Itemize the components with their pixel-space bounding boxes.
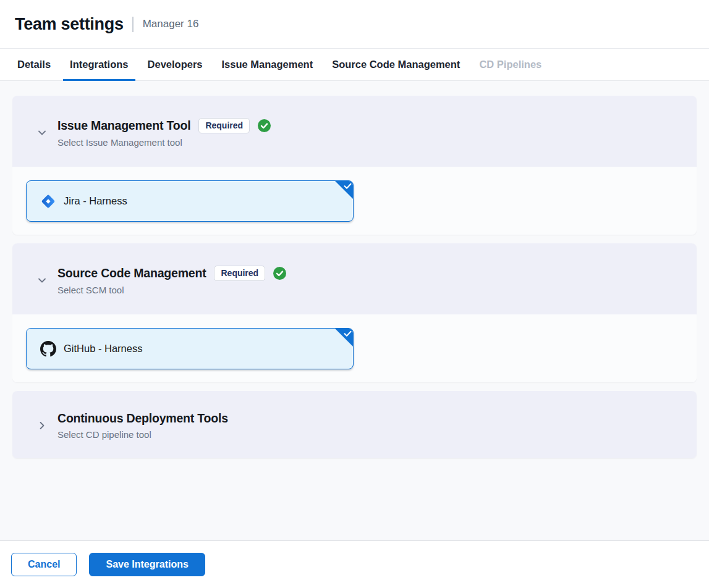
section-scm-body: GitHub - Harness	[12, 314, 697, 382]
tab-integrations-label: Integrations	[70, 59, 128, 70]
check-circle-icon	[273, 267, 286, 280]
section-source-code-management: Source Code Management Required Select S…	[12, 243, 697, 382]
tab-bar: Details Integrations Developers Issue Ma…	[0, 48, 709, 81]
section-title-row: Issue Management Tool Required	[57, 118, 271, 133]
tab-issue-management[interactable]: Issue Management	[215, 49, 320, 80]
tab-developers[interactable]: Developers	[141, 49, 210, 80]
required-badge: Required	[198, 118, 250, 133]
jira-icon	[40, 193, 56, 209]
corner-check-icon	[334, 328, 354, 347]
check-circle-icon	[258, 119, 271, 132]
tool-card-jira-harness[interactable]: Jira - Harness	[26, 180, 354, 222]
tool-card-github-harness[interactable]: GitHub - Harness	[26, 328, 354, 369]
save-integrations-button[interactable]: Save Integrations	[89, 553, 205, 576]
tab-details-label: Details	[17, 59, 51, 70]
tab-issue-management-label: Issue Management	[222, 59, 313, 70]
tab-integrations[interactable]: Integrations	[63, 49, 135, 80]
page-header: Team settings Manager 16	[0, 0, 709, 48]
section-header-text: Source Code Management Required Select S…	[57, 266, 286, 295]
section-header-text: Issue Management Tool Required Select Is…	[57, 118, 271, 148]
tab-cd-pipelines: CD Pipelines	[472, 49, 548, 80]
section-subtitle: Select SCM tool	[57, 285, 286, 295]
corner-check-icon	[334, 180, 354, 200]
tab-source-code-management-label: Source Code Management	[332, 59, 460, 70]
section-title: Issue Management Tool	[57, 119, 190, 133]
chevron-right-icon[interactable]	[36, 421, 48, 430]
title-divider	[132, 17, 134, 32]
tool-card-label: GitHub - Harness	[64, 343, 142, 355]
github-icon	[40, 341, 56, 357]
section-cd-header[interactable]: Continuous Deployment Tools Select CD pi…	[12, 391, 697, 458]
section-title: Source Code Management	[57, 266, 206, 280]
chevron-down-icon[interactable]	[36, 275, 48, 285]
required-badge: Required	[214, 266, 265, 281]
tab-details[interactable]: Details	[11, 49, 57, 80]
section-header-text: Continuous Deployment Tools Select CD pi…	[57, 411, 228, 440]
section-issue-management-body: Jira - Harness	[12, 167, 697, 235]
tab-source-code-management[interactable]: Source Code Management	[325, 49, 467, 80]
section-issue-management-header[interactable]: Issue Management Tool Required Select Is…	[12, 96, 697, 167]
section-title: Continuous Deployment Tools	[57, 411, 228, 426]
integrations-panel: Issue Management Tool Required Select Is…	[0, 81, 709, 540]
tab-cd-pipelines-label: CD Pipelines	[479, 59, 541, 70]
chevron-down-icon[interactable]	[36, 128, 48, 138]
section-continuous-deployment-tools: Continuous Deployment Tools Select CD pi…	[12, 391, 697, 458]
section-issue-management-tool: Issue Management Tool Required Select Is…	[12, 96, 697, 235]
cancel-button[interactable]: Cancel	[11, 553, 77, 576]
section-scm-header[interactable]: Source Code Management Required Select S…	[12, 243, 697, 314]
page-subtitle: Manager 16	[143, 18, 199, 30]
section-subtitle: Select Issue Management tool	[57, 137, 271, 148]
footer-action-bar: Cancel Save Integrations	[0, 540, 709, 588]
tool-card-label: Jira - Harness	[64, 195, 127, 207]
section-title-row: Continuous Deployment Tools	[57, 411, 228, 426]
section-title-row: Source Code Management Required	[57, 266, 286, 281]
page-title: Team settings	[15, 15, 124, 34]
tab-developers-label: Developers	[148, 59, 203, 70]
section-subtitle: Select CD pipeline tool	[57, 429, 228, 440]
